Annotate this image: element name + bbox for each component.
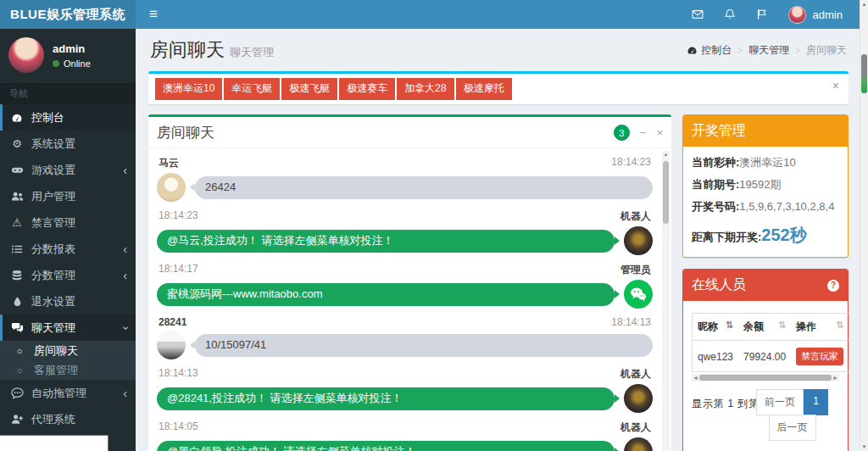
room-chat-panel: 房间聊天 3 − × 马云18:14:23 26424 (148, 114, 671, 451)
message-time: 18:14:05 (159, 420, 198, 435)
chevron-left-icon: ‹ (123, 164, 127, 176)
navbar-right: admin (692, 6, 865, 24)
close-icon[interactable]: × (656, 127, 663, 138)
sidebar-user-avatar (8, 37, 44, 73)
prev-page-button[interactable]: 前一页 (756, 389, 804, 415)
table-horizontal-scrollbar[interactable]: ◄ ► (692, 374, 839, 381)
avatar (157, 331, 186, 359)
notifications-bell-icon[interactable] (724, 8, 736, 20)
sidebar-item-chat-management[interactable]: 聊天管理 ‹ (0, 315, 136, 341)
lottery-tags-callout: 澳洲幸运10 幸运飞艇 极速飞艇 极速赛车 加拿大28 极速摩托 × (148, 71, 849, 104)
page-scrollbar[interactable]: ▲ ▼ (860, 0, 868, 451)
chat-scrollbar-thumb[interactable] (663, 161, 669, 224)
sidebar: admin Online 导航 控制台 ⚙ 系统设置 游戏设置 ‹ 用户管理 (0, 29, 136, 451)
breadcrumb-separator: > (737, 46, 743, 55)
message-author: 28241 (159, 316, 186, 328)
chevron-left-icon: ‹ (123, 243, 127, 255)
mute-player-button[interactable]: 禁言玩家 (796, 348, 843, 365)
scroll-up-icon[interactable]: ▲ (860, 2, 868, 7)
sidebar-item-agent-system[interactable]: 代理系统 (0, 406, 136, 432)
sidebar-item-room-chat[interactable]: ○ 房间聊天 (0, 341, 136, 360)
chat-message: 18:14:13机器人 @28241,投注成功！ 请选择左侧菜单核对投注！ (157, 367, 653, 413)
sidebar-item-mute-management[interactable]: ⚠ 禁言管理 (0, 209, 136, 236)
column-header-balance[interactable]: 余额⇅ (738, 314, 791, 341)
sidebar-item-system-settings[interactable]: ⚙ 系统设置 (0, 131, 136, 157)
breadcrumb-dashboard[interactable]: 控制台 (687, 43, 732, 58)
online-status-dot (53, 60, 59, 67)
chevron-down-icon: ‹ (120, 326, 131, 330)
sidebar-item-game-settings[interactable]: 游戏设置 ‹ (0, 157, 136, 183)
collapse-icon[interactable]: − (640, 127, 647, 138)
tag-lottery[interactable]: 极速赛车 (339, 78, 395, 100)
user-menu-label: admin (813, 8, 843, 21)
sidebar-item-score-management[interactable]: 分数管理 ‹ (0, 262, 136, 288)
app-logo: BLUE娱乐管理系统 (0, 0, 136, 29)
table-scrollbar-thumb[interactable] (699, 375, 832, 381)
column-header-nickname[interactable]: 昵称⇅ (693, 314, 739, 341)
stray-overlay-box (0, 435, 108, 451)
scroll-left-icon[interactable]: ◄ (693, 374, 698, 381)
chat-scrollbar[interactable]: ▲ ▼ (662, 151, 670, 451)
next-page-button[interactable]: 后一页 (769, 415, 816, 441)
sidebar-item-user-management[interactable]: 用户管理 (0, 183, 136, 209)
tag-lottery[interactable]: 极速飞艇 (281, 78, 337, 100)
message-author: 马云 (159, 156, 179, 170)
message-bubble: 26424 (195, 176, 653, 199)
top-bar: BLUE娱乐管理系统 ≡ admin (0, 0, 868, 29)
sidebar-item-rebate-settings[interactable]: 退水设置 (0, 288, 136, 315)
chat-message: 马云18:14:23 26424 (157, 156, 653, 202)
tag-lottery[interactable]: 加拿大28 (397, 78, 453, 100)
chevron-left-icon: ‹ (123, 387, 127, 399)
sidebar-item-auto-bot-management[interactable]: 自动拖管理 ‹ (0, 380, 136, 406)
scroll-down-icon[interactable]: ▼ (860, 444, 868, 449)
cell-balance: 79924.00 (738, 341, 791, 372)
message-bubble: @黑白领导,投注成功！ 请选择左侧菜单核对投注！ (157, 441, 615, 451)
breadcrumb-separator: > (795, 46, 800, 55)
scroll-right-icon[interactable]: ► (832, 374, 838, 381)
flag-icon[interactable] (756, 8, 768, 20)
message-time: 18:14:13 (159, 367, 198, 381)
close-icon[interactable]: × (832, 80, 839, 92)
user-menu[interactable]: admin (788, 6, 843, 24)
sidebar-user-panel: admin Online (0, 29, 136, 83)
page-scrollbar-thumb[interactable] (861, 54, 867, 93)
bubble-arrow (615, 290, 620, 298)
sort-icon: ⇅ (726, 320, 733, 331)
tag-lottery[interactable]: 幸运飞艇 (224, 78, 280, 100)
database-icon (10, 270, 24, 281)
circle-icon: ○ (13, 346, 26, 356)
main-content: 房间聊天聊天管理 控制台 > 聊天管理 > 房间聊天 澳洲幸运10 幸运飞艇 极… (136, 29, 860, 451)
pagination-area: 显示第 1 到第 1 条记录 前一页 1 后一页 (692, 389, 839, 447)
pagination: 前一页 1 后一页 (756, 389, 828, 441)
lottery-panel: 开奖管理 当前彩种:澳洲幸运10 当前期号:19592期 开奖号码:1,5,9,… (682, 114, 849, 258)
help-icon[interactable]: ? (827, 280, 839, 292)
lottery-issue-row: 当前期号:19592期 (692, 177, 839, 192)
column-header-action[interactable]: 操作⇅ (791, 314, 849, 341)
page-1-button[interactable]: 1 (804, 389, 828, 415)
user-avatar (788, 6, 806, 24)
chat-message: 18:14:17管理员 蜜桃源码网---www.mitaobo.com (157, 263, 653, 309)
chat-panel-header: 房间聊天 3 − × (148, 117, 671, 148)
tag-lottery[interactable]: 澳洲幸运10 (155, 78, 222, 100)
sidebar-item-score-report[interactable]: 分数报表 ‹ (0, 236, 136, 262)
sidebar-item-customer-service[interactable]: ○ 客服管理 (0, 360, 136, 380)
lottery-panel-body: 当前彩种:澳洲幸运10 当前期号:19592期 开奖号码:1,5,9,6,7,3… (683, 147, 848, 257)
chevron-left-icon: ‹ (123, 270, 127, 281)
sidebar-toggle-icon[interactable]: ≡ (139, 0, 168, 29)
cell-nickname: qwe123 (693, 341, 739, 372)
tag-lottery[interactable]: 极速摩托 (456, 78, 512, 100)
avatar (624, 437, 653, 451)
message-author: 机器人 (620, 367, 651, 381)
scroll-up-icon[interactable]: ▲ (662, 152, 670, 157)
countdown-value: 252秒 (761, 226, 806, 244)
message-time: 18:14:17 (159, 263, 198, 277)
messages-icon[interactable] (692, 8, 704, 20)
message-time: 18:14:23 (159, 209, 198, 224)
bubble-arrow (615, 394, 620, 403)
breadcrumb-chat-management[interactable]: 聊天管理 (748, 43, 789, 58)
message-author: 机器人 (620, 420, 651, 435)
sort-icon: ⇅ (778, 320, 786, 331)
chat-submenu: ○ 房间聊天 ○ 客服管理 (0, 341, 136, 380)
page-subtitle: 聊天管理 (230, 46, 274, 58)
sidebar-item-dashboard[interactable]: 控制台 (0, 104, 136, 131)
